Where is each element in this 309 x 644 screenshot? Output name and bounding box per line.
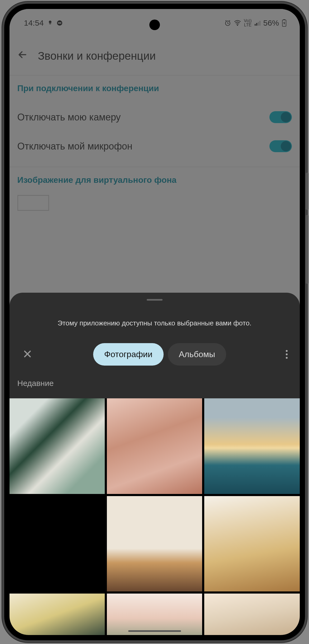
photo-picker-sheet: Этому приложению доступны только выбранн… <box>9 293 300 635</box>
photo-thumbnail[interactable] <box>107 594 202 635</box>
toggle-camera[interactable] <box>269 111 292 123</box>
section-title: При подключении к конференции <box>17 83 292 93</box>
status-time: 14:54 <box>24 18 44 27</box>
photo-thumbnail[interactable] <box>107 398 202 494</box>
volte-icon: Vo))LTE <box>244 19 251 27</box>
photo-thumbnail[interactable] <box>9 594 105 635</box>
photo-thumbnail[interactable] <box>204 496 300 591</box>
sheet-permission-message: Этому приложению доступны только выбранн… <box>9 301 300 343</box>
app-bar: Звонки и конференции <box>9 37 300 75</box>
settings-section-background: Изображение для виртуального фона <box>9 167 300 216</box>
notification-icon <box>47 20 53 26</box>
alarm-icon <box>224 20 231 26</box>
svg-rect-5 <box>255 24 256 26</box>
photo-thumbnail[interactable] <box>107 496 202 591</box>
settings-section-conference: При подключении к конференции Отключать … <box>9 75 300 167</box>
back-arrow-icon[interactable] <box>17 50 27 62</box>
photo-thumbnail[interactable] <box>204 594 300 635</box>
toggle-mic[interactable] <box>269 140 292 152</box>
photo-thumbnail[interactable] <box>204 398 300 494</box>
svg-rect-7 <box>258 22 259 26</box>
recent-label: Недавние <box>9 379 300 398</box>
svg-point-4 <box>237 24 238 26</box>
battery-icon <box>282 19 287 27</box>
more-options-icon[interactable] <box>282 347 292 361</box>
setting-label: Отключать мой микрофон <box>17 141 132 152</box>
svg-rect-10 <box>283 19 285 20</box>
photo-thumbnail[interactable] <box>9 496 105 591</box>
svg-rect-6 <box>256 23 257 26</box>
section-title: Изображение для виртуального фона <box>17 175 292 185</box>
battery-percent: 56% <box>263 18 279 27</box>
setting-disable-camera[interactable]: Отключать мою камеру <box>17 103 292 132</box>
photo-grid <box>9 398 300 635</box>
camera-hole <box>149 20 160 30</box>
setting-disable-mic[interactable]: Отключать мой микрофон <box>17 132 292 161</box>
dnd-icon <box>56 20 63 26</box>
photo-thumbnail[interactable] <box>9 398 105 494</box>
tab-photos[interactable]: Фотографии <box>93 343 164 366</box>
page-title: Звонки и конференции <box>38 50 156 62</box>
signal-icon <box>254 20 260 26</box>
tab-albums[interactable]: Альбомы <box>168 343 226 366</box>
setting-label: Отключать мою камеру <box>17 112 121 123</box>
nav-handle[interactable] <box>128 630 181 632</box>
svg-rect-8 <box>259 21 260 26</box>
svg-point-0 <box>49 21 51 23</box>
svg-rect-2 <box>58 22 61 24</box>
wifi-icon <box>234 20 241 26</box>
bg-thumbnail-placeholder[interactable] <box>17 195 49 211</box>
close-icon[interactable] <box>17 345 37 364</box>
